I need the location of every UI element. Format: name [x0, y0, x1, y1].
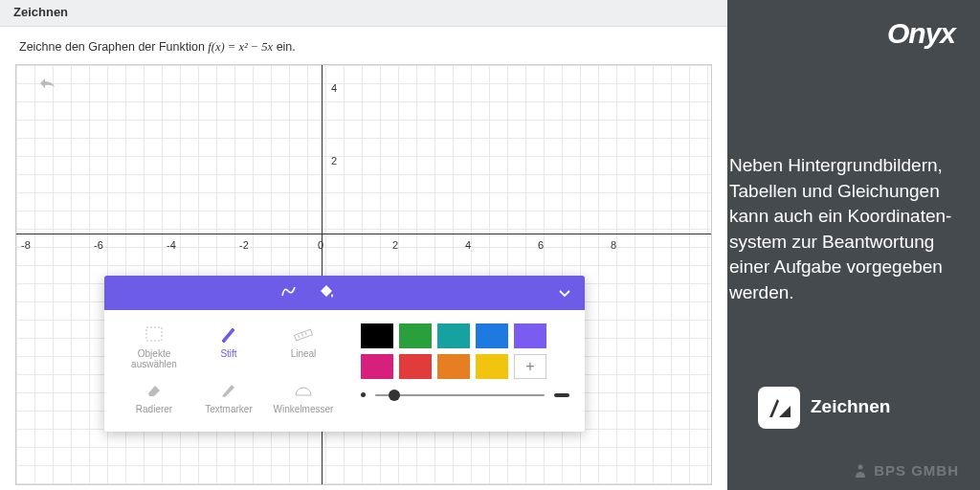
ruler-icon: [290, 323, 317, 345]
svg-rect-1: [295, 329, 313, 341]
instruction-text: Zeichne den Graphen der Funktion f(x) = …: [0, 27, 727, 64]
svg-point-5: [858, 464, 863, 469]
tool-protractor[interactable]: Winkelmesser: [269, 379, 338, 414]
tool-label: Radierer: [136, 404, 172, 414]
color-swatch[interactable]: [399, 323, 432, 348]
tool-label: Stift: [220, 348, 236, 359]
protractor-icon: [290, 379, 317, 400]
color-swatch[interactable]: [476, 323, 508, 348]
promo-text: Neben Hintergrund­bildern, Tabellen und …: [729, 153, 959, 306]
tool-label: Winkelmesser: [274, 404, 334, 414]
x-tick-label: 6: [538, 239, 544, 251]
color-swatch[interactable]: [361, 323, 393, 348]
svg-line-2: [299, 335, 300, 338]
tool-label: Lineal: [291, 348, 317, 359]
color-swatch[interactable]: [361, 354, 393, 379]
freehand-icon[interactable]: [280, 283, 298, 302]
marker-icon: [215, 379, 242, 400]
tool-label: Textmarker: [205, 404, 252, 414]
y-tick-label: 2: [331, 155, 337, 167]
add-color-button[interactable]: +: [514, 354, 546, 379]
select-icon: [141, 323, 167, 345]
tool-pen[interactable]: Stift: [194, 323, 263, 369]
y-tick-label: 4: [331, 82, 337, 94]
brand-logo: Onyx: [887, 17, 955, 50]
promo-badge-icon: [758, 387, 800, 429]
thickness-slider[interactable]: [375, 394, 545, 396]
slider-thumb[interactable]: [389, 390, 400, 401]
tool-marker[interactable]: Textmarker: [194, 379, 263, 414]
color-swatch[interactable]: [476, 354, 508, 379]
x-tick-label: -6: [94, 239, 103, 251]
header-bar: Zeichnen: [0, 0, 727, 27]
tool-ruler[interactable]: Lineal: [269, 323, 338, 369]
svg-line-4: [305, 332, 306, 335]
toolbar-header: [104, 276, 585, 310]
thin-indicator: [361, 392, 366, 397]
drawing-toolbar: Objekte auswählenStiftLinealRadiererText…: [104, 276, 585, 432]
app-area: Zeichnen Zeichne den Graphen der Funktio…: [0, 0, 727, 490]
color-swatch[interactable]: [437, 323, 470, 348]
pen-icon: [215, 323, 242, 345]
drawing-canvas[interactable]: -8-6-4-20246824 Objekte auswählenStiftLi…: [15, 64, 712, 485]
fill-icon[interactable]: [319, 283, 336, 302]
x-tick-label: -2: [239, 239, 249, 251]
tool-eraser[interactable]: Radierer: [120, 379, 189, 414]
x-tick-label: -8: [21, 239, 31, 251]
x-tick-label: 4: [465, 239, 471, 251]
eraser-icon: [141, 379, 167, 400]
tool-select[interactable]: Objekte auswählen: [120, 323, 189, 369]
svg-line-3: [301, 333, 302, 336]
x-tick-label: 2: [392, 239, 398, 251]
svg-rect-0: [146, 327, 162, 341]
page-title: Zeichnen: [13, 5, 714, 19]
x-tick-label: 0: [318, 239, 323, 251]
undo-button[interactable]: [33, 73, 62, 94]
x-tick-label: -4: [167, 239, 176, 251]
company-credit: BPS GMBH: [853, 462, 959, 479]
color-swatch[interactable]: [514, 323, 546, 348]
thick-indicator: [554, 393, 569, 397]
tool-label: Objekte auswählen: [120, 348, 189, 369]
collapse-icon[interactable]: [558, 284, 571, 301]
x-axis: [16, 234, 711, 234]
promo-title: Zeichnen: [811, 396, 959, 417]
color-swatch[interactable]: [437, 354, 470, 379]
color-swatch[interactable]: [399, 354, 432, 379]
x-tick-label: 8: [611, 239, 616, 251]
thickness-slider-row: [361, 392, 569, 397]
